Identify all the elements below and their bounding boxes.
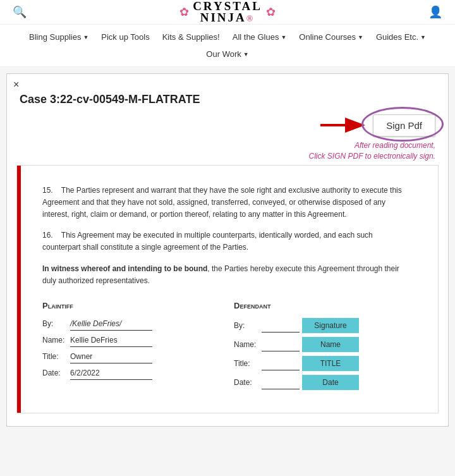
defendant-column: Defendant By: Signature Name: Name Title… xyxy=(234,300,413,394)
nav-item-pick-up-tools[interactable]: Pick up Tools xyxy=(96,30,154,44)
witness-clause: In witness whereof and intending to be b… xyxy=(42,263,413,287)
plaintiff-title-value: Owner xyxy=(70,351,152,363)
signature-fields: Signature xyxy=(302,318,359,333)
sign-action-row: Sign Pdf xyxy=(317,113,435,138)
document-area: 15. The Parties represent and warrant th… xyxy=(16,165,439,413)
nav-item-guides-etc[interactable]: Guides Etc. ▼ xyxy=(371,30,431,44)
plaintiff-by-value: /Kellie DeFries/ xyxy=(70,318,152,331)
defendant-date-row: Date: Date xyxy=(234,375,413,390)
defendant-date-line xyxy=(262,377,300,389)
date-button[interactable]: Date xyxy=(302,375,359,390)
left-bar xyxy=(17,166,21,413)
parties-section: Plaintiff By: /Kellie DeFries/ Name: Kel… xyxy=(42,300,413,394)
header-top: 🔍 ✿ CRYSTAL NINJA® ✿ 👤 xyxy=(0,0,455,24)
chevron-down-icon: ▼ xyxy=(83,34,88,40)
paragraph-16: 16. This Agreement may be executed in mu… xyxy=(42,229,413,253)
paragraph-15: 15. The Parties represent and warrant th… xyxy=(42,185,413,221)
defendant-by-row: By: Signature xyxy=(234,318,413,333)
defendant-name-row: Name: Name xyxy=(234,337,413,352)
nav-item-kits-supplies[interactable]: Kits & Supplies! xyxy=(157,30,225,44)
signature-button[interactable]: Signature xyxy=(302,318,359,333)
chevron-down-icon: ▼ xyxy=(420,34,426,40)
defendant-header: Defendant xyxy=(234,300,413,313)
defendant-by-line xyxy=(262,320,300,333)
plaintiff-title-row: Title: Owner xyxy=(42,351,221,363)
logo-flower-left: ✿ xyxy=(179,5,189,19)
plaintiff-column: Plaintiff By: /Kellie DeFries/ Name: Kel… xyxy=(42,300,221,394)
defendant-title-row: Title: TITLE xyxy=(234,356,413,371)
logo: ✿ CRYSTAL NINJA® ✿ xyxy=(179,0,276,25)
logo-flower-right: ✿ xyxy=(266,5,276,19)
plaintiff-name-row: Name: Kellie DeFries xyxy=(42,334,221,347)
plaintiff-date-value: 6/2/2022 xyxy=(70,367,152,380)
sign-area: Sign Pdf After reading document, Click S… xyxy=(7,113,448,165)
title-button[interactable]: TITLE xyxy=(302,356,359,371)
sign-hint: After reading document, Click SIGN PDF t… xyxy=(308,140,435,162)
defendant-name-line xyxy=(262,339,300,351)
nav-item-online-courses[interactable]: Online Courses ▼ xyxy=(294,30,368,44)
plaintiff-date-row: Date: 6/2/2022 xyxy=(42,367,221,380)
nav-bar: Bling Supplies ▼ Pick up Tools Kits & Su… xyxy=(0,24,455,66)
defendant-title-line xyxy=(262,358,300,370)
logo-line2: NINJA® xyxy=(193,11,262,25)
plaintiff-header: Plaintiff xyxy=(42,300,221,313)
nav-item-all-the-glues[interactable]: All the Glues ▼ xyxy=(228,30,292,44)
name-button[interactable]: Name xyxy=(302,337,359,352)
user-icon[interactable]: 👤 xyxy=(428,5,442,19)
modal-title: Case 3:22-cv-00549-M-FLATRATE xyxy=(7,74,448,113)
modal: × Case 3:22-cv-00549-M-FLATRATE Sign Pdf… xyxy=(6,73,449,427)
chevron-down-icon: ▼ xyxy=(243,51,249,58)
search-icon[interactable]: 🔍 xyxy=(13,5,27,19)
sign-btn-wrapper: Sign Pdf xyxy=(373,114,435,137)
header: 🔍 ✿ CRYSTAL NINJA® ✿ 👤 Bling Supplies ▼ … xyxy=(0,0,455,67)
arrow-icon xyxy=(317,113,368,138)
sign-pdf-button[interactable]: Sign Pdf xyxy=(373,114,435,137)
plaintiff-by-row: By: /Kellie DeFries/ xyxy=(42,318,221,331)
nav-item-our-work[interactable]: Our Work ▼ xyxy=(201,47,253,61)
chevron-down-icon: ▼ xyxy=(358,34,363,40)
nav-item-bling-supplies[interactable]: Bling Supplies ▼ xyxy=(24,30,94,44)
close-button[interactable]: × xyxy=(13,79,19,90)
chevron-down-icon: ▼ xyxy=(281,34,286,40)
plaintiff-name-value: Kellie DeFries xyxy=(70,334,152,347)
